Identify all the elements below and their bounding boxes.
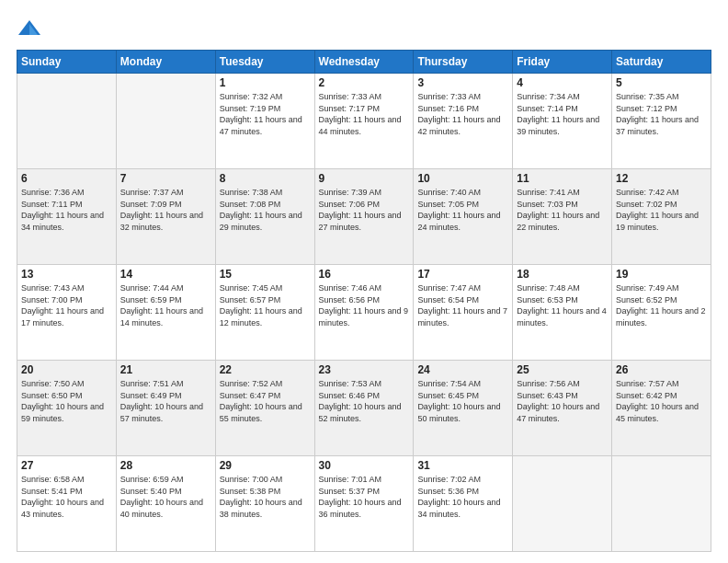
- week-row-5: 27Sunrise: 6:58 AM Sunset: 5:41 PM Dayli…: [17, 456, 711, 552]
- calendar-cell: [612, 456, 711, 552]
- day-number: 20: [21, 363, 112, 376]
- header: [17, 17, 711, 42]
- day-number: 25: [517, 363, 608, 376]
- day-header-wednesday: Wednesday: [314, 51, 414, 74]
- calendar-cell: 27Sunrise: 6:58 AM Sunset: 5:41 PM Dayli…: [17, 456, 117, 552]
- day-info: Sunrise: 7:42 AM Sunset: 7:02 PM Dayligh…: [616, 187, 707, 233]
- day-info: Sunrise: 7:51 AM Sunset: 6:49 PM Dayligh…: [120, 378, 211, 424]
- day-number: 17: [417, 268, 508, 281]
- calendar-cell: 16Sunrise: 7:46 AM Sunset: 6:56 PM Dayli…: [314, 265, 414, 361]
- calendar-cell: 6Sunrise: 7:36 AM Sunset: 7:11 PM Daylig…: [17, 169, 117, 265]
- day-info: Sunrise: 7:02 AM Sunset: 5:36 PM Dayligh…: [417, 474, 508, 520]
- day-number: 26: [616, 363, 707, 376]
- calendar-cell: 2Sunrise: 7:33 AM Sunset: 7:17 PM Daylig…: [314, 74, 414, 169]
- day-info: Sunrise: 6:58 AM Sunset: 5:41 PM Dayligh…: [21, 474, 112, 520]
- day-number: 24: [417, 363, 508, 376]
- calendar-cell: 26Sunrise: 7:57 AM Sunset: 6:42 PM Dayli…: [612, 361, 711, 456]
- calendar-cell: 25Sunrise: 7:56 AM Sunset: 6:43 PM Dayli…: [513, 361, 612, 456]
- week-row-1: 1Sunrise: 7:32 AM Sunset: 7:19 PM Daylig…: [17, 74, 711, 169]
- day-info: Sunrise: 7:01 AM Sunset: 5:37 PM Dayligh…: [319, 474, 410, 520]
- day-number: 22: [220, 363, 311, 376]
- day-info: Sunrise: 7:38 AM Sunset: 7:08 PM Dayligh…: [220, 187, 311, 233]
- day-number: 27: [21, 459, 112, 472]
- day-info: Sunrise: 7:33 AM Sunset: 7:17 PM Dayligh…: [319, 91, 410, 137]
- day-header-sunday: Sunday: [17, 51, 117, 74]
- day-number: 16: [319, 268, 410, 281]
- day-number: 13: [21, 268, 112, 281]
- day-info: Sunrise: 6:59 AM Sunset: 5:40 PM Dayligh…: [120, 474, 211, 520]
- page: SundayMondayTuesdayWednesdayThursdayFrid…: [0, 0, 728, 563]
- calendar-cell: 15Sunrise: 7:45 AM Sunset: 6:57 PM Dayli…: [215, 265, 314, 361]
- day-header-thursday: Thursday: [414, 51, 513, 74]
- day-info: Sunrise: 7:37 AM Sunset: 7:09 PM Dayligh…: [120, 187, 211, 233]
- day-info: Sunrise: 7:53 AM Sunset: 6:46 PM Dayligh…: [319, 378, 410, 424]
- day-info: Sunrise: 7:56 AM Sunset: 6:43 PM Dayligh…: [517, 378, 608, 424]
- day-info: Sunrise: 7:48 AM Sunset: 6:53 PM Dayligh…: [517, 282, 608, 328]
- day-info: Sunrise: 7:36 AM Sunset: 7:11 PM Dayligh…: [21, 187, 112, 233]
- day-number: 14: [120, 268, 211, 281]
- calendar-cell: 11Sunrise: 7:41 AM Sunset: 7:03 PM Dayli…: [513, 169, 612, 265]
- day-info: Sunrise: 7:46 AM Sunset: 6:56 PM Dayligh…: [319, 282, 410, 328]
- day-number: 21: [120, 363, 211, 376]
- day-header-saturday: Saturday: [612, 51, 711, 74]
- day-info: Sunrise: 7:45 AM Sunset: 6:57 PM Dayligh…: [220, 282, 311, 328]
- day-info: Sunrise: 7:44 AM Sunset: 6:59 PM Dayligh…: [120, 282, 211, 328]
- day-number: 12: [616, 172, 707, 185]
- calendar-cell: 13Sunrise: 7:43 AM Sunset: 7:00 PM Dayli…: [17, 265, 117, 361]
- calendar-cell: 20Sunrise: 7:50 AM Sunset: 6:50 PM Dayli…: [17, 361, 117, 456]
- day-number: 23: [319, 363, 410, 376]
- day-number: 6: [21, 172, 112, 185]
- calendar-cell: 8Sunrise: 7:38 AM Sunset: 7:08 PM Daylig…: [215, 169, 314, 265]
- calendar-cell: 10Sunrise: 7:40 AM Sunset: 7:05 PM Dayli…: [414, 169, 513, 265]
- day-number: 5: [616, 76, 707, 89]
- days-header-row: SundayMondayTuesdayWednesdayThursdayFrid…: [17, 51, 711, 74]
- day-number: 29: [220, 459, 311, 472]
- calendar-cell: 4Sunrise: 7:34 AM Sunset: 7:14 PM Daylig…: [513, 74, 612, 169]
- day-number: 28: [120, 459, 211, 472]
- calendar-cell: 19Sunrise: 7:49 AM Sunset: 6:52 PM Dayli…: [612, 265, 711, 361]
- day-info: Sunrise: 7:43 AM Sunset: 7:00 PM Dayligh…: [21, 282, 112, 328]
- day-info: Sunrise: 7:49 AM Sunset: 6:52 PM Dayligh…: [616, 282, 707, 328]
- calendar-cell: 29Sunrise: 7:00 AM Sunset: 5:38 PM Dayli…: [215, 456, 314, 552]
- calendar-cell: 31Sunrise: 7:02 AM Sunset: 5:36 PM Dayli…: [414, 456, 513, 552]
- calendar-cell: 7Sunrise: 7:37 AM Sunset: 7:09 PM Daylig…: [116, 169, 215, 265]
- calendar-cell: 28Sunrise: 6:59 AM Sunset: 5:40 PM Dayli…: [116, 456, 215, 552]
- day-info: Sunrise: 7:54 AM Sunset: 6:45 PM Dayligh…: [417, 378, 508, 424]
- calendar-cell: 3Sunrise: 7:33 AM Sunset: 7:16 PM Daylig…: [414, 74, 513, 169]
- day-info: Sunrise: 7:50 AM Sunset: 6:50 PM Dayligh…: [21, 378, 112, 424]
- calendar-cell: [17, 74, 117, 169]
- day-info: Sunrise: 7:33 AM Sunset: 7:16 PM Dayligh…: [417, 91, 508, 137]
- calendar-cell: 22Sunrise: 7:52 AM Sunset: 6:47 PM Dayli…: [215, 361, 314, 456]
- day-number: 15: [220, 268, 311, 281]
- day-number: 10: [417, 172, 508, 185]
- day-number: 18: [517, 268, 608, 281]
- day-info: Sunrise: 7:00 AM Sunset: 5:38 PM Dayligh…: [220, 474, 311, 520]
- day-info: Sunrise: 7:35 AM Sunset: 7:12 PM Dayligh…: [616, 91, 707, 137]
- calendar-cell: 24Sunrise: 7:54 AM Sunset: 6:45 PM Dayli…: [414, 361, 513, 456]
- day-info: Sunrise: 7:34 AM Sunset: 7:14 PM Dayligh…: [517, 91, 608, 137]
- calendar-cell: 23Sunrise: 7:53 AM Sunset: 6:46 PM Dayli…: [314, 361, 414, 456]
- day-info: Sunrise: 7:52 AM Sunset: 6:47 PM Dayligh…: [220, 378, 311, 424]
- calendar-cell: 12Sunrise: 7:42 AM Sunset: 7:02 PM Dayli…: [612, 169, 711, 265]
- day-number: 3: [417, 76, 508, 89]
- calendar-cell: 30Sunrise: 7:01 AM Sunset: 5:37 PM Dayli…: [314, 456, 414, 552]
- logo: [17, 17, 46, 42]
- day-info: Sunrise: 7:47 AM Sunset: 6:54 PM Dayligh…: [417, 282, 508, 328]
- day-header-tuesday: Tuesday: [215, 51, 314, 74]
- day-info: Sunrise: 7:40 AM Sunset: 7:05 PM Dayligh…: [417, 187, 508, 233]
- day-info: Sunrise: 7:41 AM Sunset: 7:03 PM Dayligh…: [517, 187, 608, 233]
- calendar-cell: 5Sunrise: 7:35 AM Sunset: 7:12 PM Daylig…: [612, 74, 711, 169]
- calendar-cell: 14Sunrise: 7:44 AM Sunset: 6:59 PM Dayli…: [116, 265, 215, 361]
- day-number: 30: [319, 459, 410, 472]
- logo-icon: [17, 17, 42, 42]
- week-row-2: 6Sunrise: 7:36 AM Sunset: 7:11 PM Daylig…: [17, 169, 711, 265]
- calendar-cell: 9Sunrise: 7:39 AM Sunset: 7:06 PM Daylig…: [314, 169, 414, 265]
- week-row-4: 20Sunrise: 7:50 AM Sunset: 6:50 PM Dayli…: [17, 361, 711, 456]
- day-number: 11: [517, 172, 608, 185]
- week-row-3: 13Sunrise: 7:43 AM Sunset: 7:00 PM Dayli…: [17, 265, 711, 361]
- day-number: 2: [319, 76, 410, 89]
- day-number: 8: [220, 172, 311, 185]
- calendar-table: SundayMondayTuesdayWednesdayThursdayFrid…: [17, 50, 711, 552]
- calendar-cell: 21Sunrise: 7:51 AM Sunset: 6:49 PM Dayli…: [116, 361, 215, 456]
- day-header-friday: Friday: [513, 51, 612, 74]
